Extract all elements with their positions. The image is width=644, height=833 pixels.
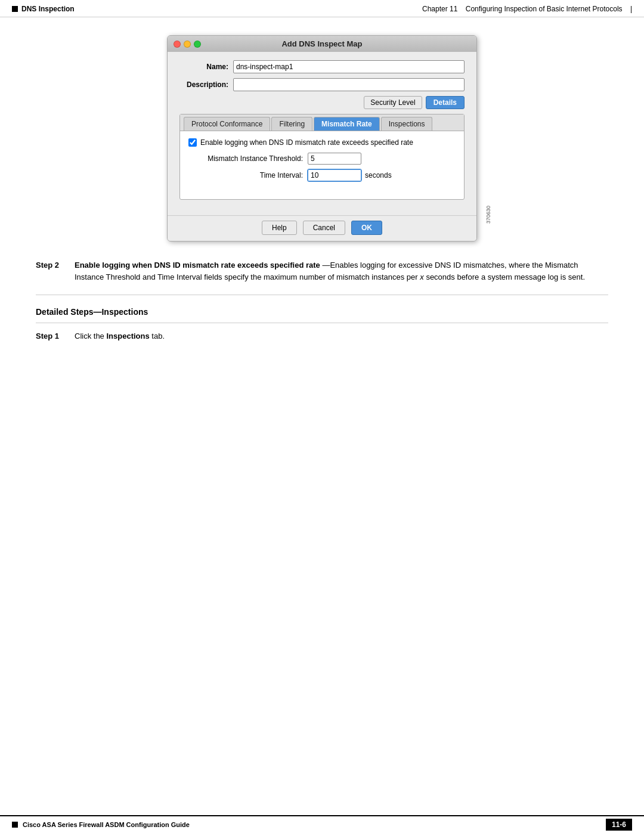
traffic-lights — [174, 41, 201, 48]
section-label: DNS Inspection — [12, 5, 75, 13]
add-dns-inspect-dialog: Add DNS Inspect Map Name: Description: — [167, 35, 477, 241]
step1-line: Step 1 Click the Inspections tab. — [36, 330, 608, 342]
dialog-wrapper: Add DNS Inspect Map Name: Description: — [36, 35, 608, 241]
help-button[interactable]: Help — [262, 221, 297, 235]
step1-bold: Inspections — [106, 332, 149, 340]
name-input[interactable] — [233, 60, 465, 73]
step1-block: Step 1 Click the Inspections tab. — [36, 330, 608, 342]
inner-panel: Protocol Conformance Filtering Mismatch … — [179, 114, 465, 200]
step1-num: Step 1 — [36, 330, 69, 342]
close-button-icon[interactable] — [174, 41, 181, 48]
description-row: Description: — [179, 78, 465, 91]
security-row: Security Level Details — [179, 96, 465, 109]
description-input[interactable] — [233, 78, 465, 91]
step2-block: Step 2 Enable logging when DNS ID mismat… — [36, 259, 608, 283]
tab-mismatch-rate[interactable]: Mismatch Rate — [314, 117, 380, 131]
interval-row: Time Interval: seconds — [188, 169, 456, 181]
enable-logging-checkbox[interactable] — [188, 138, 197, 147]
step1-text-after: tab. — [150, 332, 165, 340]
maximize-button-icon[interactable] — [194, 41, 201, 48]
step2-text: Enable logging when DNS ID mismatch rate… — [75, 259, 608, 283]
threshold-input[interactable] — [308, 153, 361, 165]
interval-label: Time Interval: — [188, 171, 308, 179]
name-label: Name: — [179, 63, 233, 71]
step2-bold: Enable logging when DNS ID mismatch rate… — [75, 261, 320, 270]
threshold-label: Mismatch Instance Threshold: — [188, 154, 308, 163]
security-level-button[interactable]: Security Level — [364, 96, 422, 109]
dialog-titlebar: Add DNS Inspect Map — [168, 36, 476, 52]
name-row: Name: — [179, 60, 465, 73]
details-button[interactable]: Details — [426, 96, 465, 109]
step1-text-before: Click the — [75, 332, 106, 340]
tab-filtering[interactable]: Filtering — [271, 117, 312, 131]
step2-line: Step 2 Enable logging when DNS ID mismat… — [36, 259, 608, 283]
interval-input[interactable] — [308, 169, 361, 181]
dialog-footer: Help Cancel OK — [168, 215, 476, 241]
description-label: Description: — [179, 80, 233, 89]
enable-logging-row: Enable logging when DNS ID mismatch rate… — [188, 138, 456, 147]
footer-guide-text: Cisco ASA Series Firewall ASDM Configura… — [23, 821, 190, 828]
divider — [36, 295, 608, 295]
mismatch-rate-tab-content: Enable logging when DNS ID mismatch rate… — [180, 131, 464, 193]
divider2 — [36, 323, 608, 323]
threshold-row: Mismatch Instance Threshold: — [188, 153, 456, 165]
footer-left: Cisco ASA Series Firewall ASDM Configura… — [12, 821, 190, 828]
black-square-icon — [12, 6, 18, 12]
tab-inspections[interactable]: Inspections — [381, 117, 433, 131]
chapter-title: Chapter 11 Configuring Inspection of Bas… — [422, 5, 632, 13]
cancel-button[interactable]: Cancel — [303, 221, 345, 235]
minimize-button-icon[interactable] — [184, 41, 191, 48]
main-content: Add DNS Inspect Map Name: Description: — [0, 17, 644, 366]
section-text: DNS Inspection — [21, 5, 75, 13]
step2-italic: x — [420, 272, 424, 281]
footer-square-icon — [12, 822, 18, 828]
tab-protocol-conformance[interactable]: Protocol Conformance — [184, 117, 270, 131]
dialog-title: Add DNS Inspect Map — [281, 39, 362, 48]
ok-button[interactable]: OK — [351, 221, 382, 235]
page-footer: Cisco ASA Series Firewall ASDM Configura… — [0, 815, 644, 833]
tabs-bar: Protocol Conformance Filtering Mismatch … — [180, 114, 464, 131]
figure-number: 370630 — [485, 206, 491, 224]
step2-num: Step 2 — [36, 259, 69, 283]
step2-rest2: seconds before a system message log is s… — [426, 272, 585, 281]
interval-unit: seconds — [365, 171, 392, 179]
page-header: DNS Inspection Chapter 11 Configuring In… — [0, 0, 644, 17]
detailed-steps-heading: Detailed Steps—Inspections — [36, 307, 608, 317]
page-number: 11-6 — [606, 819, 632, 831]
step1-text: Click the Inspections tab. — [75, 330, 608, 342]
enable-logging-label: Enable logging when DNS ID mismatch rate… — [200, 138, 413, 147]
dialog-body: Name: Description: Security Level Detail… — [168, 52, 476, 215]
